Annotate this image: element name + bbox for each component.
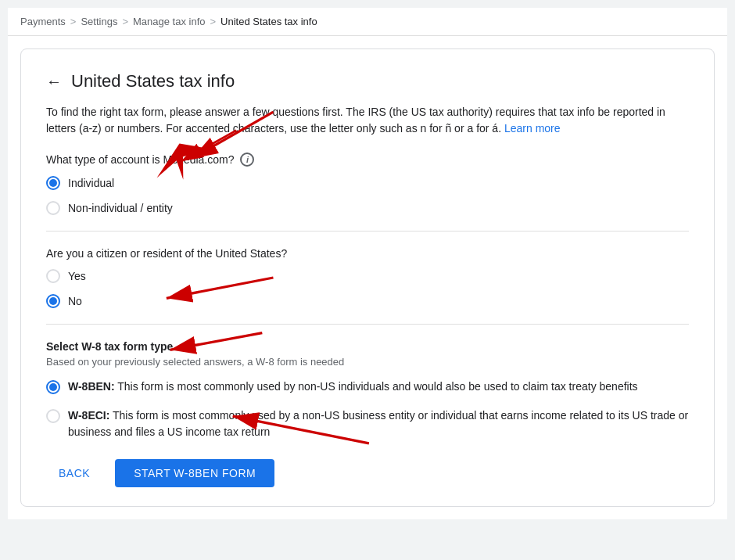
question2-row: Are you a citizen or resident of the Uni… [46, 247, 689, 260]
question1-text: What type of account is Mozedia.com? [46, 153, 234, 166]
main-card: ← United States tax info To find the rig… [20, 48, 715, 507]
breadcrumb-manage-tax[interactable]: Manage tax info [133, 16, 206, 27]
radio-yes-indicator [46, 269, 60, 283]
radio-individual-indicator [46, 176, 60, 190]
citizenship-section: Are you a citizen or resident of the Uni… [46, 247, 689, 308]
radio-no-label: No [68, 295, 82, 307]
radio-w8ben-dot [49, 383, 57, 391]
breadcrumb: Payments > Settings > Manage tax info > … [8, 8, 727, 36]
breadcrumb-current: United States tax info [220, 16, 317, 27]
question2-text: Are you a citizen or resident of the Uni… [46, 247, 287, 260]
account-type-section: What type of account is Mozedia.com? i I… [46, 153, 689, 215]
radio-w8eci[interactable]: W-8ECI: This form is most commonly used … [46, 407, 689, 440]
learn-more-link[interactable]: Learn more [504, 122, 561, 135]
question1-row: What type of account is Mozedia.com? i [46, 153, 689, 167]
radio-non-individual-label: Non-individual / entity [68, 202, 173, 214]
page-title: United States tax info [71, 71, 235, 92]
radio-w8ben-description: This form is most commonly used by non-U… [117, 380, 637, 393]
radio-w8ben-text: W-8BEN: This form is most commonly used … [68, 379, 638, 395]
w8-section-subtitle: Based on your previously selected answer… [46, 356, 689, 368]
back-arrow-button[interactable]: ← [46, 73, 62, 91]
radio-no-indicator [46, 294, 60, 308]
radio-individual-dot [49, 179, 57, 187]
radio-non-individual[interactable]: Non-individual / entity [46, 201, 689, 215]
w8-section-title: Select W-8 tax form type [46, 340, 689, 353]
divider-1 [46, 231, 689, 232]
radio-w8ben-label: W-8BEN: [68, 380, 115, 393]
radio-individual[interactable]: Individual [46, 176, 689, 190]
breadcrumb-sep-2: > [122, 16, 128, 27]
radio-yes-label: Yes [68, 270, 86, 282]
radio-non-individual-indicator [46, 201, 60, 215]
start-w8ben-button[interactable]: START W-8BEN FORM [115, 459, 274, 487]
info-icon-q1[interactable]: i [240, 153, 254, 167]
radio-w8ben-indicator [46, 380, 60, 394]
radio-w8ben[interactable]: W-8BEN: This form is most commonly used … [46, 379, 689, 395]
breadcrumb-payments[interactable]: Payments [20, 16, 66, 27]
description-text: To find the right tax form, please answe… [46, 104, 689, 137]
radio-w8eci-indicator [46, 409, 60, 423]
breadcrumb-settings[interactable]: Settings [81, 16, 117, 27]
radio-no[interactable]: No [46, 294, 689, 308]
radio-w8eci-text: W-8ECI: This form is most commonly used … [68, 407, 689, 440]
title-row: ← United States tax info [46, 71, 689, 92]
breadcrumb-sep-1: > [70, 16, 77, 27]
breadcrumb-sep-3: > [210, 16, 217, 27]
w8-form-section: Select W-8 tax form type Based on your p… [46, 340, 689, 440]
radio-individual-label: Individual [68, 177, 114, 189]
back-button[interactable]: BACK [46, 461, 102, 486]
radio-no-dot [49, 297, 57, 305]
button-row: BACK START W-8BEN FORM [46, 459, 689, 487]
divider-2 [46, 324, 689, 325]
radio-w8eci-description: This form is most commonly used by a non… [68, 409, 688, 438]
radio-w8eci-label: W-8ECI: [68, 409, 109, 422]
radio-yes[interactable]: Yes [46, 269, 689, 283]
